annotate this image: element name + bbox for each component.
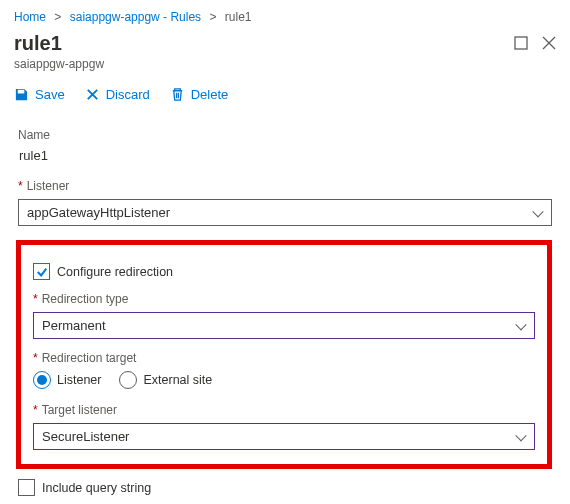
discard-label: Discard — [106, 87, 150, 102]
blade-header: rule1 saiappgw-appgw — [0, 30, 570, 75]
redirection-target-radios: Listener External site — [33, 371, 535, 389]
redirection-type-label: Redirection type — [33, 292, 535, 306]
radio-listener[interactable]: Listener — [33, 371, 101, 389]
discard-icon — [85, 87, 100, 102]
save-button[interactable]: Save — [14, 87, 65, 102]
radio-icon — [119, 371, 137, 389]
discard-button[interactable]: Discard — [85, 87, 150, 102]
toolbar: Save Discard Delete — [0, 75, 570, 116]
delete-icon — [170, 87, 185, 102]
configure-redirection-label: Configure redirection — [57, 265, 173, 279]
breadcrumb-current: rule1 — [225, 10, 252, 24]
save-label: Save — [35, 87, 65, 102]
close-icon[interactable] — [542, 36, 556, 50]
breadcrumb-sep: > — [209, 10, 216, 24]
form-body: Name rule1 Listener appGatewayHttpListen… — [0, 116, 570, 504]
delete-button[interactable]: Delete — [170, 87, 229, 102]
name-value: rule1 — [18, 148, 552, 163]
include-query-checkbox[interactable]: Include query string — [18, 479, 552, 496]
svg-rect-0 — [515, 37, 527, 49]
radio-icon — [33, 371, 51, 389]
target-listener-select[interactable]: SecureListener — [33, 423, 535, 450]
maximize-icon[interactable] — [514, 36, 528, 50]
page-title: rule1 — [14, 32, 104, 55]
redirection-type-value: Permanent — [42, 318, 106, 333]
radio-external-site[interactable]: External site — [119, 371, 212, 389]
delete-label: Delete — [191, 87, 229, 102]
redirection-type-select[interactable]: Permanent — [33, 312, 535, 339]
radio-listener-label: Listener — [57, 373, 101, 387]
breadcrumb: Home > saiappgw-appgw - Rules > rule1 — [0, 0, 570, 30]
page-subtitle: saiappgw-appgw — [14, 57, 104, 71]
target-listener-value: SecureListener — [42, 429, 129, 444]
checkbox-icon — [33, 263, 50, 280]
breadcrumb-home[interactable]: Home — [14, 10, 46, 24]
include-query-label: Include query string — [42, 481, 151, 495]
configure-redirection-checkbox[interactable]: Configure redirection — [33, 263, 535, 280]
target-listener-label: Target listener — [33, 403, 535, 417]
radio-external-label: External site — [143, 373, 212, 387]
name-label: Name — [18, 128, 552, 142]
checkbox-icon — [18, 479, 35, 496]
save-icon — [14, 87, 29, 102]
redirection-highlight: Configure redirection Redirection type P… — [16, 240, 552, 469]
breadcrumb-sep: > — [54, 10, 61, 24]
listener-label: Listener — [18, 179, 552, 193]
breadcrumb-rules[interactable]: saiappgw-appgw - Rules — [70, 10, 201, 24]
listener-select-value: appGatewayHttpListener — [27, 205, 170, 220]
listener-select[interactable]: appGatewayHttpListener — [18, 199, 552, 226]
redirection-target-label: Redirection target — [33, 351, 535, 365]
